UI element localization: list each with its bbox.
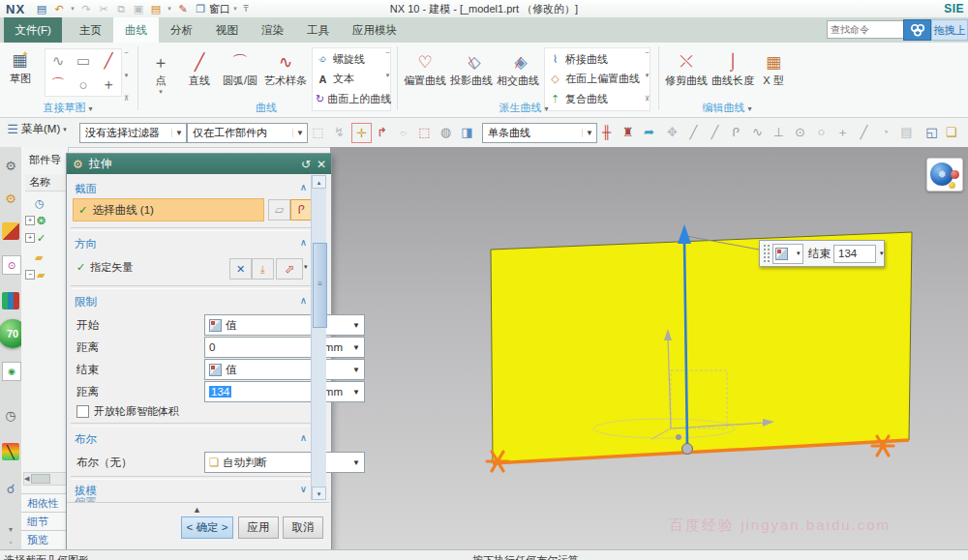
play-icon[interactable]: ➦ [640,123,658,141]
snap-endpoint-icon[interactable]: ╱ [684,123,703,141]
roles-gear-icon[interactable]: ⚙ [2,157,19,174]
text-item[interactable]: A文本 [316,71,387,87]
reuse-library-icon[interactable] [2,292,19,309]
rectangle-icon[interactable]: ▭ [71,49,96,73]
drag-handle[interactable] [763,244,770,263]
selection-scope-combo[interactable]: 仅在工作部件内▼ [187,123,308,143]
arc-icon[interactable]: ⌒ [45,73,71,96]
hscroll-thumb[interactable] [31,474,50,484]
limits-header[interactable]: 限制∧ [75,295,307,309]
start-distance-field[interactable]: 0 mm ▼ [204,337,365,358]
ok-button[interactable]: < 确定 > [181,516,233,539]
curve-length-button[interactable]: ⌡ 曲线长度 [711,50,755,88]
project-curve-button[interactable]: ◇╲ 投影曲线 [449,50,494,88]
direction-header[interactable]: 方向∧ [75,237,307,251]
snap-quadrant-icon[interactable]: ○ [812,123,831,141]
end-distance-field[interactable]: 134 mm ▼ [204,381,365,402]
tab-render[interactable]: 渲染 [250,17,295,43]
curve-rule-combo[interactable]: 单条曲线▼ [482,123,597,143]
studio-spline-button[interactable]: ∿ 艺术样条 [263,50,308,88]
snap-point-on-curve-icon[interactable]: ╱ [855,123,873,141]
system-materials-icon[interactable]: ╲ [2,443,19,460]
dependencies-tab[interactable]: 相依性 [21,493,69,512]
x-form-button[interactable]: ▦ X 型 [757,50,790,88]
reverse-direction-icon[interactable]: ↱ [373,123,391,141]
offset-curve-button[interactable]: ♡ 偏置曲线 [403,50,447,88]
point-plus-icon[interactable]: ＋ [96,73,121,96]
scroll-up-icon[interactable]: ▴ [312,175,326,189]
drag-upload-button[interactable]: 拖拽上 [931,19,968,41]
open-profile-row[interactable]: 开放轮廓智能体积 [76,404,179,419]
cancel-button[interactable]: 取消 [283,516,323,539]
sketch-button[interactable]: ▦✦ 草图 [8,48,33,86]
follow-fillet-icon[interactable]: ♜ [619,123,637,141]
sketch-section-button[interactable]: Ꮅ [290,199,313,221]
group-dropdown-icon[interactable]: ▾ [545,104,549,113]
collapse-expander-icon[interactable]: − [25,270,35,280]
vector-arrowhead[interactable] [678,224,691,244]
model-history-node[interactable]: −▰ [25,267,45,282]
bridge-curve-item[interactable]: ⌇桥接曲线 [548,51,647,68]
derived-more-arrows[interactable]: –▾⊻ [645,48,650,103]
section-header[interactable]: 截面∧ [75,182,307,196]
tab-home[interactable]: 主页 [68,17,113,43]
circle-icon[interactable]: ○ [71,73,96,96]
scroll-left-icon[interactable]: ◀ [24,475,29,483]
apply-button[interactable]: 应用 [238,516,279,539]
dialog-close-icon[interactable]: ✕ [314,158,329,171]
sketch-folder-node[interactable]: ▰ [35,250,43,265]
cameras-node[interactable]: +✓ [25,230,45,246]
boolean-header[interactable]: 布尔∧ [75,432,307,447]
preview-tab[interactable]: 预览 [21,530,69,548]
history-icon[interactable]: ◷ [2,406,19,424]
rectangle-select-icon[interactable]: ⬚ [415,123,434,141]
dialog-reset-icon[interactable]: ↺ [298,158,314,171]
snap-control-point-icon[interactable]: Ꮅ [727,123,745,141]
collapse-dialog-icon[interactable]: ▲ [193,505,201,515]
scroll-down-icon[interactable]: ▾ [312,486,326,500]
group-dropdown-icon[interactable]: ▾ [748,104,752,113]
details-tab[interactable]: 细节 [21,512,69,530]
start-limit-combo[interactable]: 值 ▼ [204,314,365,336]
navigator-hscrollbar[interactable]: ◀ [23,472,68,486]
history-mode-node[interactable]: ◷ [35,195,45,211]
vector-dialog-button[interactable]: ✕ [229,258,252,280]
touch-mode-icon[interactable]: ☌ [2,480,19,497]
intersect-curve-button[interactable]: ◈╱ 相交曲线 [496,50,540,88]
open-profile-checkbox[interactable] [76,405,89,418]
sphere-select-icon[interactable]: ◍ [437,123,455,141]
expand-icon[interactable]: + [25,233,35,243]
line-icon[interactable]: ╱ [96,49,121,73]
assembly-navigator-icon[interactable]: ⚙ [2,190,19,207]
command-finder-button[interactable] [903,19,931,41]
helix-item[interactable]: ꩜螺旋线 [316,51,387,68]
snap-point-toggle-icon[interactable]: ✛ [351,123,372,143]
scroll-thumb[interactable]: ≡ [313,243,327,328]
show-dialog-icon[interactable]: ◱ [923,123,941,141]
dialog-title-bar[interactable]: ⚙ 拉伸 ↺ ✕ [67,154,331,174]
limit-option-combo[interactable]: ▾ [772,244,803,264]
vector-origin-ball[interactable] [682,444,693,455]
tab-application[interactable]: 应用模块 [341,17,408,43]
expand-icon[interactable]: + [25,216,35,225]
snap-midpoint-icon[interactable]: ╱ [706,123,724,141]
model-views-node[interactable]: +❂ [25,213,45,228]
vector-type-dropdown-icon[interactable]: ▾ [304,263,308,271]
snap-intersection-icon[interactable]: ⊥ [770,123,788,141]
vector-type-button[interactable]: ⬀ [276,258,303,280]
dialog-scrollbar[interactable]: ▴ ≡ ▾ [311,175,326,500]
web-browser-icon[interactable]: ◉ [2,362,21,381]
menu-button[interactable]: ☰ 菜单(M)▾ [4,122,67,136]
onscreen-input-bar[interactable]: ▾ 结束 134 ▾ [759,240,885,267]
point-dropdown-icon[interactable]: ▾ [159,88,163,96]
curve-more-arrows[interactable]: –▾⊼ [385,48,390,103]
end-distance-input[interactable]: 134 [833,245,876,263]
snap-spline-icon[interactable]: ∿ [748,123,767,141]
reverse-vector-button[interactable]: ⤓ [252,258,274,280]
tab-tools[interactable]: 工具 [295,17,341,43]
direct-sketch-more-arrows[interactable]: –▾⊼ [124,48,129,103]
tab-curve[interactable]: 曲线 [113,17,159,43]
snap-existing-point-icon[interactable]: ＋ [833,123,852,141]
point-button[interactable]: ＋ 点▾ [145,50,176,96]
trim-curve-button[interactable]: ⤬ 修剪曲线 [664,50,709,88]
